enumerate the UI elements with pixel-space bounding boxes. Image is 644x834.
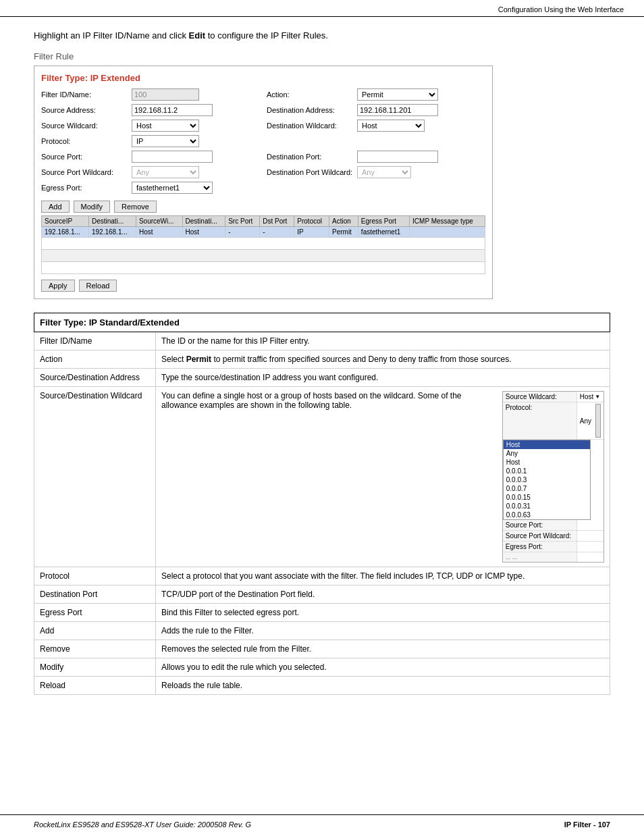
- wv-row-src-port-wildcard: Source Port Wildcard:: [503, 531, 603, 542]
- intro-bold: Edit: [189, 30, 206, 41]
- ref-row-modify: Modify Allows you to edit the rule which…: [34, 658, 610, 677]
- cell-action: Permit: [329, 227, 358, 238]
- wildcard-option-0015: 0.0.0.15: [504, 493, 590, 502]
- wildcard-option-0001: 0.0.0.1: [504, 467, 590, 475]
- dest-port-label: Destination Port:: [267, 153, 354, 161]
- filter-form-box: Filter Type: IP Extended Filter ID/Name:…: [34, 66, 493, 299]
- wv-row-source-wildcard: Source Wildcard: Host ▼: [503, 392, 603, 402]
- ref-table-header: Filter Type: IP Standard/Extended: [34, 313, 610, 332]
- ref-desc-reload: Reloads the rule table.: [156, 677, 610, 695]
- dest-port-wildcard-row: Destination Port Wildcard: Any: [267, 166, 485, 178]
- dest-address-input[interactable]: [357, 104, 438, 116]
- wv-row-source-port: Source Port:: [503, 520, 603, 531]
- cell-egress-port: fastethernet1: [358, 227, 409, 238]
- source-address-input[interactable]: [132, 104, 213, 116]
- wv-select-host: Host ▼: [577, 392, 603, 402]
- ref-row-add: Add Adds the rule to the Filter.: [34, 622, 610, 640]
- scrollbar-icon: [595, 404, 601, 438]
- dest-wildcard-select[interactable]: Host: [357, 120, 425, 132]
- ref-field-wildcard: Source/Destination Wildcard: [34, 387, 156, 567]
- dest-address-row: Destination Address:: [267, 104, 485, 116]
- filter-id-label: Filter ID/Name:: [41, 90, 129, 99]
- action-select[interactable]: Permit: [357, 88, 438, 101]
- ref-row-filter-id: Filter ID/Name The ID or the name for th…: [34, 332, 610, 350]
- source-wildcard-label: Source Wildcard:: [41, 122, 129, 130]
- source-port-label: Source Port:: [41, 153, 129, 161]
- ref-desc-address: Type the source/destination IP address y…: [156, 369, 610, 387]
- ref-row-egress-port: Egress Port Bind this Filter to selected…: [34, 604, 610, 622]
- wildcard-desc-container: You can define a single host or a group …: [161, 391, 604, 563]
- col-src-port: Src Port: [225, 216, 260, 227]
- remove-button[interactable]: Remove: [114, 201, 157, 213]
- cell-dest-ip: 192.168.1...: [88, 227, 136, 238]
- col-dest-ip: Destinati...: [88, 216, 136, 227]
- intro-paragraph: Highlight an IP Filter ID/Name and click…: [34, 30, 610, 41]
- egress-port-select[interactable]: fastethernet1: [132, 182, 213, 194]
- ref-row-reload: Reload Reloads the rule table.: [34, 677, 610, 695]
- col-dest-wi: Destinati...: [182, 216, 225, 227]
- footer-right: IP Filter - 107: [564, 820, 610, 829]
- wv-val-egress-port: [577, 542, 583, 552]
- add-button[interactable]: Add: [41, 201, 70, 213]
- ref-row-remove: Remove Removes the selected rule from th…: [34, 640, 610, 658]
- reload-button[interactable]: Reload: [79, 280, 117, 292]
- cell-dst-port: -: [260, 227, 294, 238]
- action-label: Action:: [267, 90, 354, 99]
- ref-desc-action: Select Permit to permit traffic from spe…: [156, 350, 610, 369]
- ref-desc-protocol: Select a protocol that you want associat…: [156, 567, 610, 585]
- header-title: Configuration Using the Web Interface: [498, 5, 624, 14]
- wv-val-src-port-wildcard: [577, 531, 583, 541]
- dest-port-input[interactable]: [357, 151, 438, 163]
- modify-button[interactable]: Modify: [74, 201, 110, 213]
- page-footer: RocketLinx ES9528 and ES9528-XT User Gui…: [0, 814, 644, 834]
- source-address-label: Source Address:: [41, 106, 129, 114]
- ref-field-modify: Modify: [34, 658, 156, 677]
- protocol-row: Protocol: IP: [41, 135, 260, 147]
- action-buttons-row: Add Modify Remove: [41, 201, 485, 213]
- table-row-empty-1: [42, 238, 485, 250]
- wildcard-dropdown-list: Host Any Host 0.0.0.1 0.0.0.3 0.0.0.7 0.…: [503, 440, 591, 520]
- page-header: Configuration Using the Web Interface: [0, 0, 644, 17]
- action-row: Action: Permit: [267, 88, 485, 101]
- ref-desc-dest-port: TCP/UDP port of the Destination Port fie…: [156, 585, 610, 604]
- filter-id-row: Filter ID/Name:: [41, 88, 260, 101]
- ref-desc-modify: Allows you to edit the rule which you se…: [156, 658, 610, 677]
- source-wildcard-select[interactable]: Host: [132, 120, 199, 132]
- dest-address-label: Destination Address:: [267, 106, 354, 114]
- dropdown-arrow-icon: ▼: [595, 394, 600, 400]
- wildcard-option-any: Any: [504, 449, 590, 458]
- wv-label-egress-port: Egress Port:: [503, 542, 577, 552]
- wv-val-protocol: Any: [577, 402, 603, 439]
- source-port-wildcard-select[interactable]: Any: [132, 166, 199, 178]
- cell-protocol: IP: [294, 227, 329, 238]
- cell-source-wi: Host: [136, 227, 182, 238]
- ref-desc-add: Adds the rule to the Filter.: [156, 622, 610, 640]
- source-port-input[interactable]: [132, 151, 213, 163]
- ref-row-address: Source/Destination Address Type the sour…: [34, 369, 610, 387]
- col-dst-port: Dst Port: [260, 216, 294, 227]
- wv-label-source-wildcard: Source Wildcard:: [503, 392, 577, 402]
- dest-port-wildcard-select[interactable]: Any: [357, 166, 411, 178]
- dest-port-wildcard-label: Destination Port Wildcard:: [267, 168, 354, 176]
- col-icmp: ICMP Message type: [410, 216, 485, 227]
- wildcard-option-0003: 0.0.0.3: [504, 475, 590, 484]
- ref-desc-filter-id: The ID or the name for this IP Filter en…: [156, 332, 610, 350]
- source-port-wildcard-row: Source Port Wildcard: Any: [41, 166, 260, 178]
- ref-row-wildcard: Source/Destination Wildcard You can defi…: [34, 387, 610, 567]
- filter-rules-table: SourceIP Destinati... SourceWi... Destin…: [41, 215, 485, 274]
- main-content: Highlight an IP Filter ID/Name and click…: [0, 17, 644, 715]
- filter-id-input[interactable]: [132, 88, 199, 101]
- wildcard-option-host2: Host: [504, 458, 590, 467]
- ref-row-dest-port: Destination Port TCP/UDP port of the Des…: [34, 585, 610, 604]
- protocol-label: Protocol:: [41, 137, 129, 145]
- ref-field-reload: Reload: [34, 677, 156, 695]
- bottom-buttons-row: Apply Reload: [41, 280, 485, 292]
- form-fields-grid: Filter ID/Name: Action: Permit Source Ad…: [41, 88, 485, 195]
- protocol-select[interactable]: IP: [132, 135, 199, 147]
- apply-button[interactable]: Apply: [41, 280, 75, 292]
- source-wildcard-row: Source Wildcard: Host: [41, 120, 260, 132]
- table-row-empty-2: [42, 250, 485, 262]
- table-row[interactable]: 192.168.1... 192.168.1... Host Host - - …: [42, 227, 485, 238]
- ref-table-header-row: Filter Type: IP Standard/Extended: [34, 313, 610, 332]
- source-port-row: Source Port:: [41, 151, 260, 163]
